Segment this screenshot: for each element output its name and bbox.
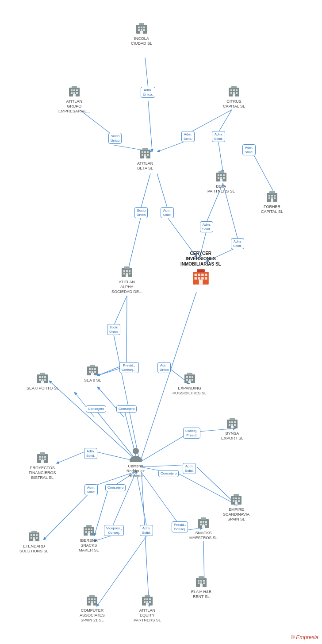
badge-consejero-1: Consejero: [116, 405, 137, 413]
svg-rect-129: [94, 371, 96, 373]
svg-rect-102: [269, 191, 275, 193]
svg-rect-174: [235, 500, 237, 502]
svg-rect-145: [186, 379, 188, 381]
node-centeno: Centeno Rodriguez Roberto: [126, 447, 145, 478]
label-elaia: ELAIA H&B RENT SL: [191, 590, 211, 599]
node-expanding: EXPANDING POSSIBILITIES SL: [172, 371, 207, 396]
svg-rect-71: [230, 92, 232, 94]
svg-line-44: [141, 471, 179, 524]
svg-rect-86: [218, 174, 219, 176]
svg-rect-74: [233, 94, 235, 96]
watermark: © Empresia: [291, 634, 318, 640]
label-atitlan-alpha: ATITLAN ALPHA SOCIEDAD DE...: [111, 280, 142, 294]
svg-rect-77: [142, 151, 143, 153]
svg-rect-208: [94, 598, 96, 600]
label-etendard: ETENDARD SOLUTIONS SL: [19, 544, 49, 554]
building-icon-cerycer: [192, 268, 210, 285]
svg-rect-81: [144, 154, 146, 156]
label-beta-partners: BETA PARTNERS SL: [207, 184, 235, 194]
node-bynsa: BYNSA EXPORT SL: [221, 416, 243, 441]
svg-point-168: [133, 448, 139, 454]
svg-line-25: [75, 393, 94, 417]
badge-adm-solid-5: Adm.Solid.: [231, 238, 244, 249]
svg-rect-75: [231, 86, 237, 88]
svg-rect-149: [187, 373, 192, 375]
svg-rect-199: [36, 534, 38, 536]
badge-presid-consej-2: Presid.,Consej.: [172, 521, 188, 532]
node-atitlan-grupo: ATITLAN GRUPO EMPRESARIAL...: [58, 84, 90, 113]
svg-rect-62: [71, 92, 73, 94]
svg-rect-161: [42, 456, 43, 458]
svg-rect-170: [233, 497, 234, 499]
svg-rect-185: [88, 533, 90, 536]
svg-rect-83: [144, 156, 146, 158]
svg-rect-82: [147, 154, 149, 156]
svg-rect-140: [40, 373, 45, 375]
svg-rect-53: [138, 29, 140, 31]
label-cerycer-top: CERYCER INVERSIONES INMOBILIARIAS SL: [180, 251, 221, 267]
building-icon-ibersna: [82, 523, 96, 537]
svg-rect-164: [42, 459, 43, 460]
svg-rect-137: [42, 379, 43, 381]
svg-rect-55: [143, 29, 145, 31]
svg-line-31: [58, 451, 88, 463]
badge-adm-solid-10: Adm.Solid.: [140, 525, 153, 536]
badge-socio-unico-2: SocioÚnico: [134, 207, 148, 218]
svg-rect-91: [223, 177, 225, 179]
svg-rect-227: [198, 582, 199, 584]
svg-line-6: [218, 110, 232, 133]
building-icon-etendard: [27, 529, 41, 543]
svg-rect-217: [149, 598, 151, 600]
svg-rect-84: [142, 148, 148, 150]
svg-rect-89: [218, 177, 219, 179]
svg-rect-215: [144, 598, 146, 600]
label-empire: EMPIRE SCANDINAVIA SPAIN SL: [223, 507, 249, 521]
svg-rect-96: [271, 195, 273, 197]
badge-presid-consej-1: Presid.,Consej....: [119, 362, 139, 373]
svg-rect-181: [91, 528, 92, 530]
svg-rect-72: [233, 92, 235, 94]
svg-line-10: [128, 218, 141, 269]
svg-rect-207: [91, 598, 93, 600]
svg-rect-95: [268, 195, 270, 197]
person-icon-centeno: [129, 447, 143, 463]
building-icon-atitlan-beta: [138, 146, 152, 160]
svg-line-7: [218, 140, 223, 172]
label-atitlan-grupo: ATITLAN GRUPO EMPRESARIAL...: [58, 99, 90, 113]
building-icon-atitlan-alpha: [120, 265, 134, 279]
building-icon-snacks: [196, 516, 211, 530]
svg-rect-65: [73, 94, 76, 96]
node-citrus: CITRUS CAPITAL SL: [223, 84, 245, 109]
svg-rect-51: [141, 27, 142, 28]
svg-rect-60: [73, 89, 75, 91]
svg-line-46: [142, 473, 149, 605]
svg-rect-135: [44, 376, 46, 378]
svg-rect-165: [44, 459, 46, 460]
label-atitlan-beta: ATITLAN BETA SL: [137, 161, 153, 171]
svg-rect-111: [205, 277, 207, 280]
badge-adm-unico-2: Adm.Único: [157, 362, 171, 373]
label-proyectos: PROYECTOS FINANCIEROS BISTRAL SL: [29, 466, 56, 480]
svg-rect-148: [188, 381, 191, 383]
svg-rect-93: [218, 171, 224, 173]
svg-rect-106: [201, 274, 204, 276]
svg-rect-179: [85, 528, 87, 530]
svg-rect-156: [234, 424, 236, 426]
svg-rect-115: [123, 270, 125, 272]
svg-rect-220: [149, 601, 151, 603]
svg-rect-56: [140, 31, 143, 34]
badge-socio-unico-3: SocioÚnico: [107, 324, 120, 335]
svg-rect-202: [36, 537, 38, 539]
svg-rect-69: [233, 89, 235, 91]
svg-rect-201: [33, 537, 35, 539]
svg-rect-88: [223, 174, 225, 176]
svg-rect-52: [143, 27, 145, 28]
building-icon-sea8porto: [35, 371, 50, 385]
svg-rect-222: [145, 595, 150, 597]
svg-rect-162: [44, 456, 46, 458]
svg-rect-144: [192, 376, 193, 378]
svg-rect-117: [129, 270, 130, 272]
svg-rect-124: [89, 368, 91, 370]
badge-consejero-3: Consejero: [158, 470, 179, 477]
node-sea8: SEA 8 SL: [84, 363, 101, 383]
